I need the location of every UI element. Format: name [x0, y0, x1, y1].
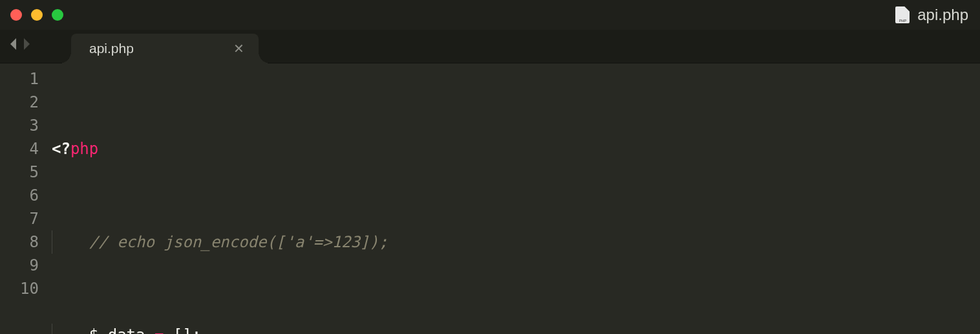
tab-label: api.php	[89, 41, 134, 56]
line-number: 9	[0, 254, 39, 277]
line-number: 5	[0, 161, 39, 184]
window-titlebar: api.php	[0, 0, 980, 30]
nav-back-icon[interactable]	[8, 36, 19, 52]
code-editor[interactable]: 1 2 3 4 5 6 7 8 9 10 <?php // echo json_…	[0, 63, 980, 334]
maximize-window-button[interactable]	[52, 9, 63, 21]
code-line[interactable]: <?php	[52, 137, 980, 161]
line-number: 10	[0, 277, 39, 300]
tab-api-php[interactable]: api.php ✕	[71, 34, 259, 63]
line-number-gutter: 1 2 3 4 5 6 7 8 9 10	[0, 63, 52, 334]
code-line[interactable]: // echo json_encode(['a'=>123]);	[52, 230, 980, 254]
code-area[interactable]: <?php // echo json_encode(['a'=>123]); $…	[52, 63, 980, 334]
line-number: 7	[0, 207, 39, 230]
nav-forward-icon[interactable]	[21, 36, 32, 52]
file-icon	[895, 6, 910, 23]
line-number: 2	[0, 91, 39, 114]
line-number: 1	[0, 67, 39, 91]
line-number: 4	[0, 137, 39, 161]
close-tab-icon[interactable]: ✕	[233, 42, 244, 55]
tab-bar: api.php ✕	[0, 30, 980, 63]
titlebar-filename-area: api.php	[895, 6, 968, 24]
titlebar-filename: api.php	[917, 6, 968, 24]
line-number: 3	[0, 114, 39, 137]
line-number: 6	[0, 184, 39, 207]
window-controls	[10, 9, 63, 21]
history-nav	[8, 27, 32, 60]
minimize-window-button[interactable]	[31, 9, 43, 21]
code-line[interactable]: $_data = [];	[52, 324, 980, 334]
line-number: 8	[0, 230, 39, 254]
close-window-button[interactable]	[10, 9, 22, 21]
